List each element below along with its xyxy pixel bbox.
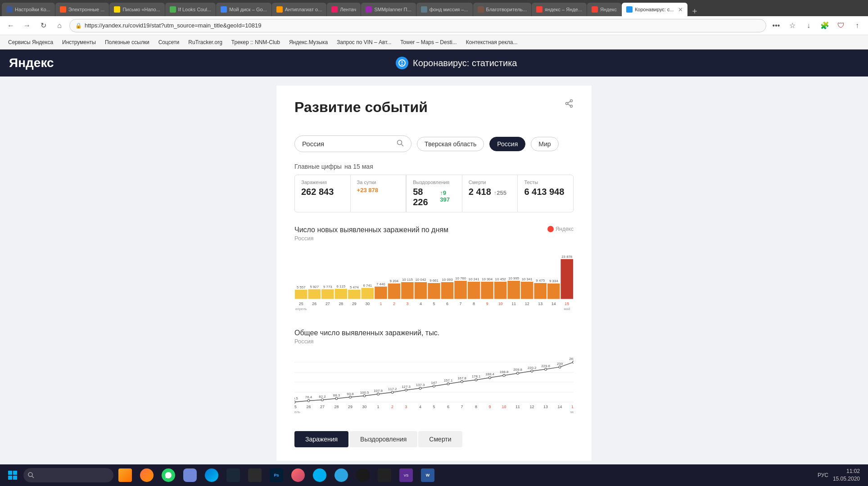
taskbar-app-epic[interactable] (245, 465, 265, 485)
svg-text:10: 10 (502, 405, 506, 409)
tab-12[interactable]: Коронавирус: с... ✕ (622, 3, 687, 16)
taskbar-app-photoshop[interactable]: Ps (267, 465, 286, 485)
bookmark-9[interactable]: Контекстная рекла... (462, 38, 521, 47)
extensions-button[interactable]: 🧩 (818, 19, 831, 32)
svg-point-83 (307, 400, 310, 402)
svg-point-92 (349, 396, 352, 398)
forward-button[interactable]: → (21, 19, 33, 32)
search-icon[interactable] (397, 140, 404, 148)
stat-label-daily: За сутки (357, 180, 400, 185)
bookmark-2[interactable]: Полезные ссылки (101, 38, 153, 47)
address-bar[interactable]: 🔒 https://yandex.ru/covid19/stat?utm_sou… (69, 19, 766, 32)
stat-recovered: Выздоровления 58 226 ↑9 397 (406, 175, 462, 212)
taskbar-app-wmplayer[interactable] (353, 465, 373, 485)
tab-10[interactable]: яндекс – Янде... (532, 3, 587, 16)
search-box[interactable] (294, 135, 411, 152)
start-button[interactable] (4, 466, 22, 484)
stat-value-tests: 6 413 948 (524, 187, 567, 197)
bookmark-4[interactable]: RuTracker.org (185, 38, 226, 47)
stat-label-tests: Тесты (524, 180, 567, 185)
taskbar-app-skype[interactable] (310, 465, 330, 485)
yandex-logo[interactable]: Яндекс (9, 56, 54, 70)
svg-text:12: 12 (530, 405, 534, 409)
taskbar-app-steam[interactable] (223, 465, 243, 485)
region-tver-button[interactable]: Тверская область (417, 137, 484, 151)
tab-11[interactable]: Яндекс (587, 3, 621, 16)
svg-text:7 440: 7 440 (376, 282, 385, 286)
tab-3[interactable]: If Looks Coul... (165, 3, 216, 16)
svg-rect-17 (321, 289, 334, 299)
bookmark-7[interactable]: Запрос по VIN – Авт... (333, 38, 395, 47)
tab-deaths[interactable]: Смерти (418, 431, 462, 447)
tab-7[interactable]: SMMplanner П... (361, 3, 416, 16)
covid-icon (396, 57, 408, 69)
bookmark-3[interactable]: Соцсети (155, 38, 183, 47)
svg-text:7: 7 (461, 405, 463, 409)
shield-icon[interactable]: 🛡 (835, 19, 847, 32)
svg-text:10 093: 10 093 (442, 278, 453, 282)
taskbar-app-affinity[interactable] (288, 465, 308, 485)
tab-favicon-4 (221, 6, 227, 13)
tab-5[interactable]: Антиплагиат о... (272, 3, 327, 16)
svg-text:май: май (564, 307, 570, 311)
taskbar-app-unity[interactable] (375, 465, 394, 485)
svg-text:25: 25 (299, 302, 303, 306)
svg-point-104 (405, 389, 407, 391)
taskbar-app-edge[interactable] (202, 465, 222, 485)
reload-button[interactable]: ↻ (37, 19, 50, 32)
tab-9[interactable]: Благотворитель... (473, 3, 531, 16)
svg-text:5: 5 (433, 302, 435, 306)
tab-favicon-5 (276, 6, 283, 13)
svg-text:10 760: 10 760 (455, 276, 466, 280)
region-world-button[interactable]: Мир (531, 137, 558, 151)
tab-recovered[interactable]: Выздоровления (349, 431, 417, 447)
line-chart-section: Общее число выявленных заражений, тыс. Р… (294, 329, 574, 418)
svg-line-9 (402, 144, 404, 147)
svg-text:15: 15 (571, 405, 574, 409)
stats-box: Заражения 262 843 За сутки +23 878 Выздо… (294, 175, 574, 212)
taskbar-app-vs[interactable]: VS (396, 465, 416, 485)
bookmark-1[interactable]: Инструменты (59, 38, 99, 47)
home-button[interactable]: ⌂ (53, 19, 66, 32)
bookmark-5[interactable]: Трекер :: NNM-Club (228, 38, 284, 47)
svg-text:30: 30 (365, 302, 370, 306)
tab-favicon-7 (366, 6, 372, 13)
taskbar-app-word[interactable]: W (418, 465, 438, 485)
bookmark-0[interactable]: Сервисы Яндекса (5, 38, 57, 47)
bookmark-8[interactable]: Tower – Maps – Desti... (397, 38, 460, 47)
tab-close-icon[interactable]: ✕ (678, 6, 683, 13)
bookmark-6[interactable]: Яндекс.Музыка (285, 38, 331, 47)
svg-text:107.9: 107.9 (374, 389, 383, 393)
svg-text:70.5: 70.5 (294, 396, 298, 400)
browser-frame: Настройки Ко... Электронные ... Письмо «… (0, 0, 868, 486)
taskbar-app-telegram[interactable] (331, 465, 351, 485)
taskbar-app-discord[interactable] (180, 465, 200, 485)
taskbar-app-firefox[interactable] (137, 465, 157, 485)
tab-2[interactable]: Письмо «Напо... (109, 3, 164, 16)
svg-text:2: 2 (391, 405, 393, 409)
tab-favicon-11 (592, 6, 598, 13)
bookmark-button[interactable]: ☆ (786, 19, 799, 32)
svg-text:10 995: 10 995 (508, 276, 520, 280)
tab-8[interactable]: фонд миссия –... (416, 3, 473, 16)
search-input[interactable] (302, 140, 393, 148)
download-icon[interactable]: ↓ (802, 19, 815, 32)
svg-text:26: 26 (312, 302, 316, 306)
tab-4[interactable]: Мой диск – Go... (216, 3, 271, 16)
taskbar-search[interactable] (23, 468, 113, 482)
tab-0[interactable]: Настройки Ко... (2, 3, 55, 16)
tab-6[interactable]: Лентач (327, 3, 361, 16)
back-button[interactable]: ← (5, 19, 17, 32)
tab-1[interactable]: Электронные ... (55, 3, 109, 16)
region-russia-button[interactable]: Россия (489, 137, 525, 151)
svg-text:3: 3 (406, 302, 408, 306)
share-icon[interactable] (565, 99, 574, 110)
svg-point-128 (517, 372, 519, 374)
taskbar-app-explorer[interactable] (115, 465, 135, 485)
svg-text:10 341: 10 341 (522, 277, 533, 281)
more-options-button[interactable]: ••• (770, 19, 782, 32)
taskbar-app-whatsapp[interactable] (158, 465, 178, 485)
tab-infections[interactable]: Заражения (294, 431, 348, 447)
sync-icon[interactable]: ↑ (851, 19, 863, 32)
new-tab-button[interactable]: ＋ (688, 5, 701, 16)
